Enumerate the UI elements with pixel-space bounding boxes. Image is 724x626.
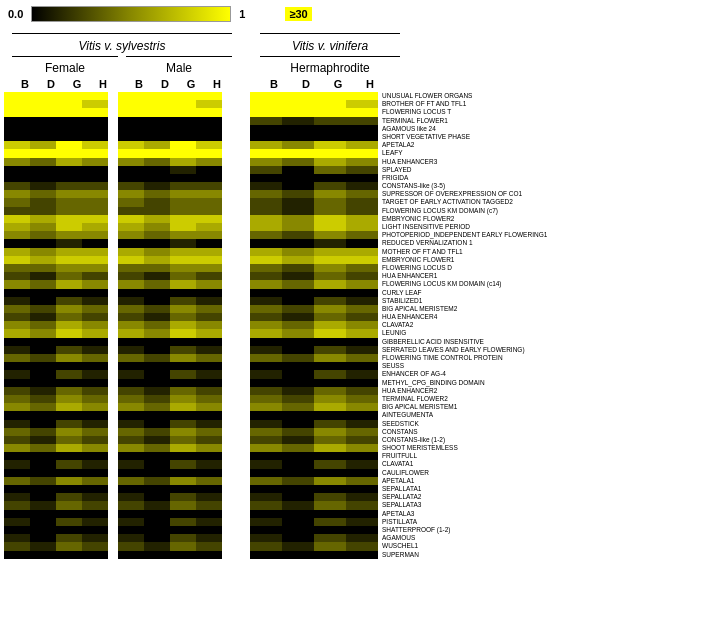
heatmap-cell — [144, 403, 170, 411]
heatmap-row — [4, 264, 378, 272]
heatmap-cell — [250, 297, 282, 305]
heatmap-cell — [144, 182, 170, 190]
main-container: 0.0 1 ≥30 Vitis v. sylvestris Vitis v. v… — [0, 0, 724, 626]
heatmap-cell — [196, 182, 222, 190]
heatmap-cell — [346, 518, 378, 526]
heatmap-row — [4, 379, 378, 387]
heatmap-cell — [346, 469, 378, 477]
heatmap-cell — [282, 141, 314, 149]
gene-name-label: METHYL_CPG_BINDING DOMAIN — [382, 379, 547, 387]
heatmap-cell — [144, 305, 170, 313]
heatmap-cell — [314, 395, 346, 403]
heatmap-cell — [282, 149, 314, 157]
heatmap-cell — [250, 493, 282, 501]
heatmap-cell — [282, 436, 314, 444]
heatmap-cell — [56, 477, 82, 485]
heatmap-cell — [144, 248, 170, 256]
heatmap-cell — [282, 354, 314, 362]
heatmap-cell — [30, 248, 56, 256]
heatmap-cell — [250, 272, 282, 280]
heatmap-cell — [144, 551, 170, 559]
gene-name-label: APETALA2 — [382, 141, 547, 149]
heatmap-cell — [346, 174, 378, 182]
heatmap-cell — [144, 420, 170, 428]
heatmap-cell — [346, 141, 378, 149]
heatmap-cell — [314, 108, 346, 116]
heatmap-cell — [56, 182, 82, 190]
heatmap-cell — [56, 411, 82, 419]
heatmap-cell — [4, 354, 30, 362]
heatmap-cell — [144, 166, 170, 174]
heatmap-row — [4, 158, 378, 166]
heatmap-cell — [56, 125, 82, 133]
heatmap-cell — [196, 223, 222, 231]
heatmap-cell — [170, 420, 196, 428]
heatmap-cell — [282, 411, 314, 419]
gene-name-label: SEEDSTICK — [382, 420, 547, 428]
heatmap-cell — [196, 551, 222, 559]
heatmap-cell — [56, 297, 82, 305]
heatmap-row — [4, 493, 378, 501]
gene-name-label: LEUNIG — [382, 329, 547, 337]
heatmap-cell — [30, 542, 56, 550]
heatmap-cell — [250, 117, 282, 125]
col-label-m-d: D — [152, 78, 178, 90]
heatmap-row — [4, 526, 378, 534]
gene-name-label: CONSTANS-like (1-2) — [382, 436, 547, 444]
heatmap-cell — [346, 289, 378, 297]
col-label-h-h: H — [354, 78, 386, 90]
heatmap-cell — [82, 100, 108, 108]
heatmap-cell — [4, 158, 30, 166]
heatmap-cell — [56, 338, 82, 346]
heatmap-cell — [250, 395, 282, 403]
heatmap-cell — [82, 280, 108, 288]
heatmap-cell — [4, 551, 30, 559]
heatmap-cell — [250, 198, 282, 206]
heatmap-cell — [250, 108, 282, 116]
heatmap-cell — [56, 370, 82, 378]
gene-name-label: FLOWERING LOCUS KM DOMAIN (c14) — [382, 280, 547, 288]
heatmap-cell — [170, 477, 196, 485]
heatmap-cell — [82, 215, 108, 223]
heatmap-cell — [30, 518, 56, 526]
heatmap-cell — [118, 248, 144, 256]
heatmap-cell — [144, 485, 170, 493]
heatmap-cell — [282, 264, 314, 272]
heatmap-cell — [314, 313, 346, 321]
heatmap-cell — [118, 460, 144, 468]
heatmap-cell — [170, 321, 196, 329]
heatmap-cell — [144, 100, 170, 108]
heatmap-cell — [170, 198, 196, 206]
heatmap-cell — [56, 444, 82, 452]
gene-name-label: WUSCHEL1 — [382, 542, 547, 550]
heatmap-cell — [196, 100, 222, 108]
heatmap-cell — [144, 387, 170, 395]
heatmap-cell — [144, 239, 170, 247]
heatmap-cell — [346, 370, 378, 378]
heatmap-cell — [346, 305, 378, 313]
heatmap-cell — [144, 92, 170, 100]
heatmap-cell — [346, 182, 378, 190]
heatmap-cell — [30, 198, 56, 206]
heatmap-cell — [282, 207, 314, 215]
heatmap-cell — [282, 117, 314, 125]
heatmap-cell — [56, 141, 82, 149]
heatmap-cell — [4, 370, 30, 378]
heatmap-cell — [144, 190, 170, 198]
heatmap-cell — [30, 305, 56, 313]
heatmap-cell — [82, 387, 108, 395]
heatmap-cell — [346, 125, 378, 133]
gene-name-label: SHATTERPROOF (1-2) — [382, 526, 547, 534]
heatmap-cell — [170, 272, 196, 280]
heatmap-cell — [196, 329, 222, 337]
gene-name-label: BIG APICAL MERISTEM2 — [382, 305, 547, 313]
heatmap-cell — [30, 174, 56, 182]
heatmap-cell — [346, 223, 378, 231]
gene-name-label: CONSTANS-like (3-5) — [382, 182, 547, 190]
heatmap-cell — [56, 542, 82, 550]
heatmap-cell — [282, 198, 314, 206]
heatmap-row — [4, 510, 378, 518]
heatmap-cell — [170, 379, 196, 387]
heatmap-cell — [118, 256, 144, 264]
heatmap-cell — [144, 469, 170, 477]
